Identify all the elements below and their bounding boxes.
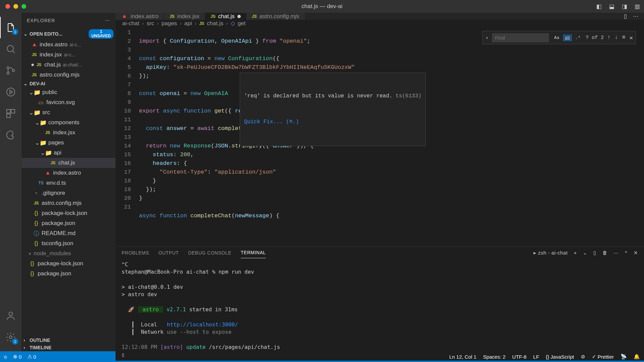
- overflow-icon[interactable]: ⋯: [613, 250, 619, 256]
- breadcrumb-segment[interactable]: pages: [162, 20, 177, 27]
- folder-public[interactable]: ⌄📁public: [21, 87, 116, 97]
- find-input[interactable]: [492, 33, 549, 42]
- split-editor-icon[interactable]: ▯: [624, 13, 627, 20]
- kill-terminal-icon[interactable]: 🗑: [602, 250, 608, 256]
- remote-icon[interactable]: ⎋: [4, 354, 7, 360]
- tab-output[interactable]: OUTPUT: [158, 247, 179, 258]
- file-chat-js[interactable]: JSchat.js: [21, 158, 116, 168]
- file-astro-config[interactable]: JSastro.config.mjs: [21, 198, 116, 208]
- open-editor-item[interactable]: 🔺 index.astro ai-c...: [21, 40, 116, 50]
- find-selection-icon[interactable]: ≡: [622, 34, 626, 41]
- activity-edge[interactable]: [0, 124, 21, 146]
- regex-icon[interactable]: .*: [574, 35, 583, 41]
- file-gitignore[interactable]: ◦.gitignore: [21, 188, 116, 198]
- maximize-window[interactable]: [21, 4, 26, 9]
- find-expand-icon[interactable]: ›: [485, 35, 489, 41]
- close-panel-icon[interactable]: ✕: [634, 250, 638, 256]
- close-find-icon[interactable]: ✕: [630, 34, 633, 41]
- folder-pages[interactable]: ⌄📁pages: [21, 138, 116, 148]
- tab-index-astro[interactable]: 🔺index.astro: [116, 13, 164, 20]
- file-favicon[interactable]: ▭favicon.svg: [21, 97, 116, 107]
- folder-icon: 📁: [45, 149, 52, 156]
- tab-astro-config[interactable]: JSastro.config.mjs: [246, 13, 305, 20]
- status-prettier[interactable]: ✓ Prettier: [592, 354, 614, 360]
- new-terminal-icon[interactable]: +: [574, 250, 577, 256]
- tab-debug-console[interactable]: DEBUG CONSOLE: [188, 247, 231, 258]
- breadcrumb-segment[interactable]: ai-chat: [122, 20, 139, 27]
- breadcrumb-segment[interactable]: src: [147, 20, 154, 27]
- file-env[interactable]: TSenv.d.ts: [21, 178, 116, 188]
- file-pkg-lock[interactable]: {}package-lock.json: [21, 208, 116, 218]
- next-match-icon[interactable]: ↓: [614, 34, 618, 41]
- file-pkg-2[interactable]: {}package.json: [21, 269, 116, 279]
- tab-problems[interactable]: PROBLEMS: [122, 247, 149, 258]
- tab-chat-js[interactable]: JSchat.js: [205, 13, 246, 20]
- file-index-jsx[interactable]: JSindex.jsx: [21, 128, 116, 138]
- activity-settings[interactable]: 1: [0, 326, 21, 348]
- open-editor-item[interactable]: JS astro.config.mjs: [21, 70, 116, 80]
- status-lang[interactable]: {} JavaScript: [546, 354, 574, 360]
- more-actions-icon[interactable]: ⋯: [633, 13, 639, 20]
- customize-layout-icon[interactable]: ▥: [635, 3, 640, 10]
- terminal-shell-label[interactable]: ▸ zsh - ai-chat: [534, 250, 567, 256]
- breadcrumbs[interactable]: ai-chat› src› pages› api› JS chat.js› ◇ …: [116, 20, 644, 27]
- quick-fix-link[interactable]: Quick Fix... (⌘.): [244, 118, 421, 127]
- project-header[interactable]: ⌄ DEV-AI: [21, 80, 116, 87]
- minimap[interactable]: [641, 27, 644, 246]
- svg-point-3: [12, 70, 15, 72]
- file-pkg-lock-2[interactable]: {}package-lock.json: [21, 259, 116, 269]
- activity-search[interactable]: [0, 38, 21, 60]
- file-name: astro.config.mjs: [42, 200, 82, 207]
- file-index-astro[interactable]: 🔺index.astro: [21, 168, 116, 178]
- breadcrumb-segment[interactable]: get: [238, 20, 246, 27]
- match-case-icon[interactable]: Aa: [552, 35, 561, 41]
- timeline-header[interactable]: › TIMELINE: [21, 344, 116, 351]
- editor-pane[interactable]: › Aa ab .* ? of 2 ↑ ↓ ≡ ✕ 12345678910111…: [116, 27, 644, 246]
- tab-terminal[interactable]: TERMINAL: [241, 247, 266, 258]
- open-editor-item[interactable]: JS index.jsx ai-c...: [21, 50, 116, 60]
- toggle-bottom-icon[interactable]: ⬓: [609, 3, 614, 10]
- activity-extensions[interactable]: [0, 103, 21, 124]
- toggle-right-icon[interactable]: ◨: [622, 3, 627, 10]
- terminal-content[interactable]: ^C stephan@MacBook-Pro ai-chat % npm run…: [116, 259, 644, 361]
- folder-api[interactable]: ⌄📁api: [21, 148, 116, 158]
- tab-index-jsx[interactable]: JSindex.jsx: [164, 13, 205, 20]
- minimize-window[interactable]: [13, 4, 18, 9]
- breadcrumb-segment[interactable]: api: [184, 20, 192, 27]
- folder-src[interactable]: ⌄📁src: [21, 107, 116, 118]
- code-content[interactable]: import { Configuration, OpenAIApi } from…: [139, 27, 641, 246]
- activity-explorer[interactable]: 1: [0, 17, 21, 38]
- svg-point-8: [9, 312, 13, 316]
- status-errors[interactable]: ⊗ 0: [13, 354, 21, 360]
- open-editor-item[interactable]: ● JS chat.js ai-chat/...: [21, 60, 116, 70]
- status-eol[interactable]: LF: [533, 354, 539, 360]
- status-encoding[interactable]: UTF-8: [512, 354, 527, 360]
- terminal-dropdown-icon[interactable]: ⌄: [583, 250, 588, 256]
- status-bell-icon[interactable]: 🔔: [634, 354, 640, 360]
- status-indent[interactable]: Spaces: 2: [483, 354, 506, 360]
- open-editors-header[interactable]: ⌄ OPEN EDITO... 1 unsaved: [21, 28, 116, 40]
- activity-debug[interactable]: [0, 81, 21, 103]
- more-icon[interactable]: ⋯: [105, 18, 110, 23]
- status-feedback-icon[interactable]: 📡: [620, 354, 627, 360]
- maximize-panel-icon[interactable]: ^: [625, 250, 628, 256]
- activity-scm[interactable]: [0, 60, 21, 81]
- file-tsconfig[interactable]: {}tsconfig.json: [21, 238, 116, 248]
- close-window[interactable]: [5, 4, 10, 9]
- match-word-icon[interactable]: ab: [563, 35, 572, 41]
- folder-components[interactable]: ⌄📁components: [21, 118, 116, 128]
- split-terminal-icon[interactable]: ▯: [593, 250, 596, 256]
- status-cursor[interactable]: Ln 12, Col 1: [449, 354, 476, 360]
- folder-node-modules[interactable]: ›node_modules: [21, 248, 116, 259]
- open-editors-list: 🔺 index.astro ai-c... JS index.jsx ai-c.…: [21, 40, 116, 80]
- tab-label: chat.js: [218, 13, 235, 20]
- status-warnings[interactable]: ⚠ 0: [28, 354, 36, 360]
- outline-header[interactable]: › OUTLINE: [21, 336, 116, 344]
- activity-accounts[interactable]: [0, 305, 21, 326]
- toggle-panel-icon[interactable]: ◧: [596, 3, 602, 10]
- status-eslint-icon[interactable]: ⊘: [581, 354, 585, 360]
- file-readme[interactable]: ⓘREADME.md: [21, 228, 116, 238]
- breadcrumb-segment[interactable]: chat.js: [207, 20, 223, 27]
- prev-match-icon[interactable]: ↑: [607, 34, 610, 41]
- file-pkg[interactable]: {}package.json: [21, 218, 116, 228]
